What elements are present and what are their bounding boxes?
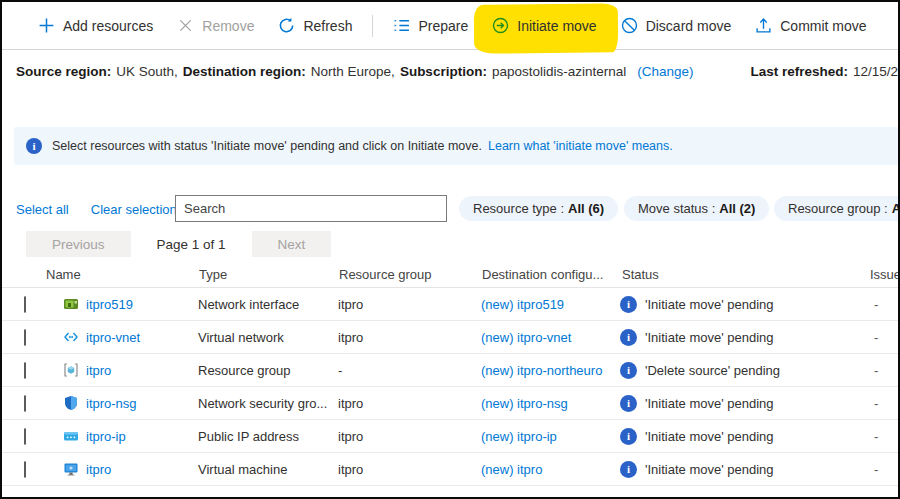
discard-move-label: Discard move bbox=[646, 18, 732, 34]
resource-type-filter-label: Resource type : bbox=[473, 201, 564, 216]
destination-config-link[interactable]: (new) itpro-northeuro bbox=[481, 363, 602, 378]
table-row: itpro-ip Public IP address itpro (new) i… bbox=[2, 420, 898, 453]
remove-button[interactable]: Remove bbox=[165, 11, 266, 40]
table-header: Name Type Resource group Destination con… bbox=[2, 261, 898, 288]
resource-group-column-header: Resource group bbox=[337, 267, 480, 282]
subscription-label: Subscription: bbox=[400, 64, 487, 79]
status-text: 'Initiate move' pending bbox=[645, 297, 774, 312]
select-all-link[interactable]: Select all bbox=[16, 202, 69, 217]
issues-value: - bbox=[862, 363, 900, 378]
resource-name-link[interactable]: itpro-ip bbox=[86, 429, 126, 444]
network-security-group-icon bbox=[63, 395, 79, 411]
resource-name-link[interactable]: itpro519 bbox=[86, 297, 133, 312]
initiate-move-button[interactable]: Initiate move bbox=[480, 11, 608, 40]
resource-group-filter-value: All bbox=[892, 201, 900, 216]
resource-name-link[interactable]: itpro-vnet bbox=[86, 330, 140, 345]
last-refreshed-label: Last refreshed: bbox=[750, 64, 848, 79]
move-status-filter[interactable]: Move status : All (2) bbox=[624, 196, 769, 221]
source-region-label: Source region: bbox=[16, 64, 111, 79]
clear-selection-link[interactable]: Clear selection bbox=[91, 202, 177, 217]
status-text: 'Initiate move' pending bbox=[645, 396, 774, 411]
upload-icon bbox=[755, 17, 772, 34]
table-row: itpro Virtual machine itpro (new) itpro … bbox=[2, 453, 898, 486]
status-text: 'Delete source' pending bbox=[645, 363, 780, 378]
refresh-button[interactable]: Refresh bbox=[266, 11, 364, 40]
row-checkbox[interactable] bbox=[24, 329, 26, 346]
prepare-list-icon bbox=[393, 17, 410, 34]
x-icon bbox=[177, 17, 194, 34]
toolbar-divider bbox=[372, 15, 373, 37]
status-info-icon bbox=[620, 461, 637, 478]
status-column-header: Status bbox=[614, 267, 862, 282]
issues-value: - bbox=[862, 462, 900, 477]
issues-value: - bbox=[862, 429, 900, 444]
resource-group: itpro bbox=[337, 330, 480, 345]
virtual-network-icon bbox=[63, 329, 79, 345]
destination-config-link[interactable]: (new) itpro-ip bbox=[481, 429, 557, 444]
subscription-value: papostolidis-azinternal bbox=[492, 64, 626, 79]
table-row: itpro-nsg Network security gro... itpro … bbox=[2, 387, 898, 420]
pagination: Previous Page 1 of 1 Next bbox=[26, 231, 331, 257]
table-row: itpro519 Network interface itpro (new) i… bbox=[2, 288, 898, 321]
resource-type: Virtual machine bbox=[197, 462, 337, 477]
resource-type: Resource group bbox=[197, 363, 337, 378]
last-refreshed-value: 12/15/2 bbox=[853, 64, 898, 79]
add-resources-button[interactable]: Add resources bbox=[26, 11, 165, 40]
issues-value: - bbox=[862, 330, 900, 345]
issues-value: - bbox=[862, 396, 900, 411]
move-context-bar: Source region: UK South, Destination reg… bbox=[2, 50, 898, 92]
resource-group: itpro bbox=[337, 462, 480, 477]
initiate-move-label: Initiate move bbox=[517, 18, 596, 34]
row-checkbox[interactable] bbox=[24, 362, 26, 379]
commit-move-label: Commit move bbox=[780, 18, 866, 34]
row-checkbox[interactable] bbox=[24, 428, 26, 445]
region-move-panel: Add resources Remove Refresh Prepare bbox=[0, 0, 900, 499]
destination-config-link[interactable]: (new) itpro-nsg bbox=[481, 396, 568, 411]
destination-region-value: North Europe, bbox=[311, 64, 395, 79]
row-checkbox[interactable] bbox=[24, 296, 26, 313]
refresh-icon bbox=[278, 17, 295, 34]
last-refreshed: Last refreshed: 12/15/2 bbox=[750, 50, 898, 92]
page-info: Page 1 of 1 bbox=[131, 237, 252, 252]
prepare-label: Prepare bbox=[418, 18, 468, 34]
resource-type: Virtual network bbox=[197, 330, 337, 345]
refresh-label: Refresh bbox=[303, 18, 352, 34]
row-checkbox[interactable] bbox=[24, 395, 26, 412]
change-subscription-link[interactable]: (Change) bbox=[637, 64, 693, 79]
context-summary: Source region: UK South, Destination reg… bbox=[16, 64, 693, 79]
learn-more-link[interactable]: Learn what 'initiate move' means. bbox=[488, 139, 673, 153]
status-text: 'Initiate move' pending bbox=[645, 462, 774, 477]
add-resources-label: Add resources bbox=[63, 18, 153, 34]
info-icon bbox=[26, 138, 42, 154]
previous-page-button[interactable]: Previous bbox=[26, 231, 131, 257]
search-input[interactable] bbox=[175, 195, 447, 222]
resource-name-link[interactable]: itpro bbox=[86, 363, 111, 378]
resource-type-filter-value: All (6) bbox=[568, 201, 604, 216]
prepare-button[interactable]: Prepare bbox=[381, 11, 480, 40]
resource-name-link[interactable]: itpro-nsg bbox=[86, 396, 137, 411]
status-info-icon bbox=[620, 362, 637, 379]
network-interface-icon bbox=[63, 296, 79, 312]
status-info-icon bbox=[620, 428, 637, 445]
name-column-header: Name bbox=[44, 267, 197, 282]
next-page-button[interactable]: Next bbox=[252, 231, 332, 257]
resource-table: itpro519 Network interface itpro (new) i… bbox=[2, 288, 898, 486]
public-ip-icon bbox=[63, 428, 79, 444]
resource-group-filter[interactable]: Resource group : All bbox=[774, 196, 900, 221]
resource-type-filter[interactable]: Resource type : All (6) bbox=[459, 196, 618, 221]
destination-config-link[interactable]: (new) itpro bbox=[481, 462, 542, 477]
resource-group: - bbox=[337, 363, 480, 378]
move-status-filter-value: All (2) bbox=[719, 201, 755, 216]
discard-move-button[interactable]: Discard move bbox=[609, 11, 744, 40]
destination-config-link[interactable]: (new) itpro519 bbox=[481, 297, 564, 312]
issues-value: - bbox=[862, 297, 900, 312]
resource-name-link[interactable]: itpro bbox=[86, 462, 111, 477]
resource-group: itpro bbox=[337, 297, 480, 312]
plus-icon bbox=[38, 17, 55, 34]
resource-group-filter-label: Resource group : bbox=[788, 201, 888, 216]
commit-move-button[interactable]: Commit move bbox=[743, 11, 878, 40]
row-checkbox[interactable] bbox=[24, 461, 26, 478]
destination-config-link[interactable]: (new) itpro-vnet bbox=[481, 330, 571, 345]
table-row: itpro-vnet Virtual network itpro (new) i… bbox=[2, 321, 898, 354]
block-icon bbox=[621, 17, 638, 34]
